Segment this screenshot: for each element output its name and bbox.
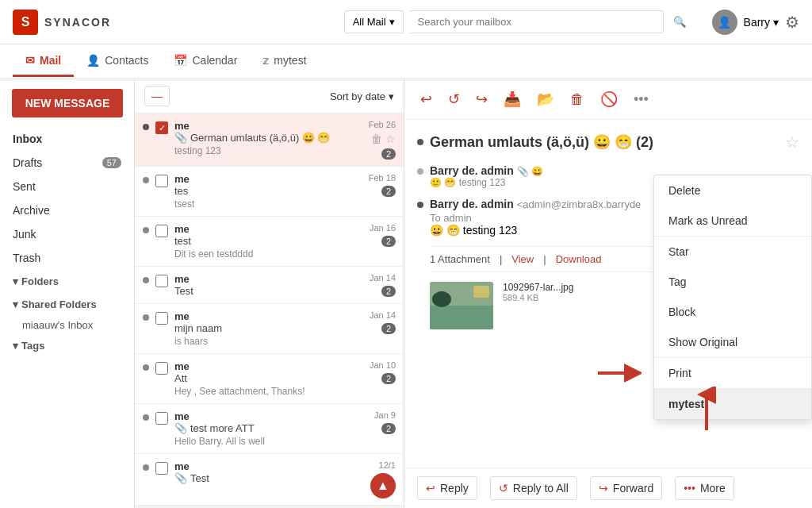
list-item[interactable]: ✓ me 📎 German umlauts (ä,ö,ü) 😀 😁 testin… (135, 114, 404, 167)
email-content: me Test (174, 273, 363, 297)
attachment-icon: 📎 (174, 132, 187, 144)
unread-dot (417, 202, 423, 208)
context-menu-item-mytest[interactable]: mytest (654, 389, 811, 419)
context-menu-item-mark-unread[interactable]: Mark as Unread (654, 206, 811, 236)
read-dot (417, 168, 423, 175)
attachment-name: 1092967-lar...jpg (503, 282, 573, 293)
context-menu-item-block[interactable]: Block (654, 297, 811, 327)
tab-calendar[interactable]: 📅 Calendar (161, 46, 250, 77)
context-menu-item-show-original[interactable]: Show Original (654, 327, 811, 357)
email-meta: Jan 14 2 (370, 273, 396, 297)
checkbox[interactable] (155, 412, 168, 425)
new-message-button[interactable]: NEW MESSAGE (12, 89, 123, 117)
topbar: S SYNACOR All Mail ▾ 🔍 👤 Barry ▾ ⚙ (0, 0, 812, 44)
list-item[interactable]: me 📎 test more ATT Hello Barry. All is w… (135, 404, 404, 454)
search-area: All Mail ▾ 🔍 (344, 10, 690, 33)
sidebar-section-tags[interactable]: ▾ Tags (0, 334, 134, 357)
forward-button[interactable]: ↪ Forward (590, 476, 662, 500)
sidebar-section-shared-folders[interactable]: ▾ Shared Folders (0, 293, 134, 316)
star-icon[interactable]: ☆ (385, 133, 396, 145)
checkbox[interactable] (155, 462, 168, 475)
search-input[interactable] (410, 10, 664, 33)
email-content: me Att Hey , See attachment, Thanks! (174, 360, 363, 397)
search-button[interactable]: 🔍 (670, 13, 690, 31)
list-item[interactable]: me 📎 Test 12/1 ▲ (135, 454, 404, 506)
sidebar-item-archive[interactable]: Archive (0, 198, 134, 222)
trash-icon[interactable]: 🗑 (371, 133, 382, 145)
list-item[interactable]: me Att Hey , See attachment, Thanks! Jan… (135, 354, 404, 404)
checkbox[interactable] (155, 312, 168, 325)
tab-contacts[interactable]: 👤 Contacts (74, 46, 161, 77)
email-items: ✓ me 📎 German umlauts (ä,ö,ü) 😀 😁 testin… (135, 114, 404, 508)
email-preview: Hey , See attachment, Thanks! (174, 386, 363, 397)
scroll-up-button[interactable]: ▲ (370, 473, 396, 498)
email-count: 2 (381, 323, 396, 334)
sidebar-item-inbox[interactable]: Inbox (0, 127, 134, 151)
sidebar-section-folders[interactable]: ▾ Folders (0, 270, 134, 293)
reply-all-button[interactable]: ↺ Reply to All (490, 476, 577, 500)
forward-toolbar-button[interactable]: ↪ (473, 87, 491, 111)
list-item[interactable]: me test Dit is een testdddd Jan 16 2 (135, 217, 404, 267)
view-link[interactable]: View (511, 253, 534, 265)
checkbox[interactable] (155, 275, 168, 287)
chevron-icon: ▾ (13, 275, 18, 287)
email-count: 2 (381, 236, 396, 247)
read-dot (143, 227, 149, 233)
arrow-up-container (695, 387, 718, 437)
list-item[interactable]: me tes tsest Feb 18 2 (135, 167, 404, 217)
message-preview-1: 🙂 😁 testing 123 (430, 177, 543, 188)
more-button[interactable]: ••• More (675, 476, 734, 500)
sort-button[interactable]: Sort by date ▾ (330, 90, 394, 102)
checkbox[interactable]: ✓ (155, 121, 168, 134)
context-menu-item-delete[interactable]: Delete (654, 175, 811, 206)
username[interactable]: Barry ▾ (744, 16, 779, 29)
reply-all-toolbar-button[interactable]: ↺ (445, 87, 463, 111)
chevron-icon: ▾ (13, 340, 18, 352)
checkbox[interactable] (155, 225, 168, 237)
calendar-icon: 📅 (174, 54, 187, 67)
list-item[interactable]: me mijn naam is haars Jan 14 2 (135, 304, 404, 354)
email-preview: tsest (174, 198, 362, 210)
context-menu-item-star[interactable]: Star (654, 237, 811, 267)
tab-mytest[interactable]: 𝕫 mytest (250, 46, 319, 77)
checkbox[interactable] (155, 362, 168, 375)
email-subject: 📎 Test (174, 472, 364, 484)
email-preview: is haars (174, 336, 363, 347)
list-item[interactable]: me Test Jan 14 2 (135, 267, 404, 304)
context-menu-item-print[interactable]: Print (654, 358, 811, 388)
reply-button[interactable]: ↩ Reply (417, 476, 477, 500)
sidebar-item-junk[interactable]: Junk (0, 222, 134, 246)
right-arrow-icon (594, 361, 642, 385)
svg-rect-4 (473, 286, 489, 298)
email-from: me (174, 460, 364, 472)
attachment-thumbnail (430, 282, 493, 329)
up-arrow-icon (695, 387, 718, 434)
sidebar-item-sent[interactable]: Sent (0, 175, 134, 198)
tab-mail[interactable]: ✉ Mail (13, 46, 74, 77)
email-date: Feb 26 (369, 120, 396, 129)
sidebar-item-drafts[interactable]: Drafts 57 (0, 151, 134, 175)
sidebar-sub-miaauws-inbox[interactable]: miaauw's Inbox (0, 316, 134, 334)
more-toolbar-button[interactable]: ••• (630, 88, 652, 111)
email-subject: Test (174, 285, 363, 297)
nav-tabs: ✉ Mail 👤 Contacts 📅 Calendar 𝕫 mytest (0, 44, 812, 79)
spam-toolbar-button[interactable]: 📂 (534, 87, 557, 111)
context-menu-item-tag[interactable]: Tag (654, 267, 811, 297)
download-link[interactable]: Download (556, 253, 602, 265)
mail-filter-dropdown[interactable]: All Mail ▾ (344, 10, 404, 33)
remove-button[interactable]: — (144, 86, 170, 106)
reply-icon: ↩ (426, 482, 435, 495)
settings-button[interactable]: ⚙ (785, 13, 799, 32)
star-button[interactable]: ☆ (785, 133, 799, 152)
email-meta: Jan 10 2 (370, 360, 396, 384)
archive-toolbar-button[interactable]: 📥 (500, 87, 524, 111)
forward-icon: ↪ (599, 482, 608, 495)
checkbox[interactable] (155, 175, 168, 187)
detail-subject: German umlauts (ä,ö,ü) 😀 😁 (2) ☆ (417, 133, 799, 152)
reply-toolbar-button[interactable]: ↩ (417, 87, 435, 111)
sidebar-item-trash[interactable]: Trash (0, 246, 134, 270)
block-toolbar-button[interactable]: 🚫 (597, 87, 621, 111)
delete-toolbar-button[interactable]: 🗑 (567, 88, 588, 111)
email-count: 2 (381, 373, 396, 384)
email-from: me (174, 120, 362, 132)
